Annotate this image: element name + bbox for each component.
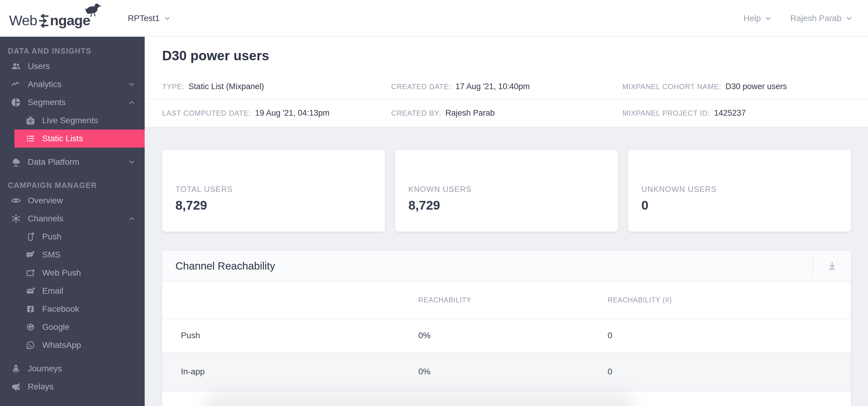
analytics-icon xyxy=(11,79,21,90)
sidebar-item-whatsapp[interactable]: WhatsApp xyxy=(0,336,145,354)
webengage-logo[interactable]: Web ngage xyxy=(9,7,90,30)
total-users-card: TOTAL USERS 8,729 xyxy=(162,150,385,232)
google-icon xyxy=(25,322,36,332)
meta-label: CREATED BY: xyxy=(391,109,441,117)
sidebar-item-live-segments[interactable]: Live Segments xyxy=(0,111,145,130)
stat-value: 0 xyxy=(641,198,851,213)
stat-label: KNOWN USERS xyxy=(408,184,618,194)
push-phone-icon xyxy=(25,232,36,242)
table-row: Push 0% 0 xyxy=(162,319,851,352)
meta-value: 17 Aug '21, 10:40pm xyxy=(456,82,530,91)
scroll-shadow xyxy=(204,393,635,406)
sidebar-item-label: Segments xyxy=(28,98,66,107)
chevron-up-icon xyxy=(128,215,135,223)
panel-header: Channel Reachability xyxy=(162,251,851,282)
sidebar-item-label: Channels xyxy=(28,214,63,224)
sidebar-item-label: Live Segments xyxy=(42,116,98,125)
panel-title: Channel Reachability xyxy=(176,260,812,272)
meta-value: 1425237 xyxy=(714,108,746,118)
sidebar-item-facebook[interactable]: Facebook xyxy=(0,300,145,318)
meta-value: 19 Aug '21, 04:13pm xyxy=(255,108,330,118)
stat-value: 8,729 xyxy=(176,198,385,213)
cell-reachability-count: 0 xyxy=(608,331,851,340)
meta-label: CREATED DATE: xyxy=(391,82,451,91)
project-selector[interactable]: RPTest1 xyxy=(128,0,171,37)
cell-reachability: 0% xyxy=(418,367,608,376)
sidebar-item-relays[interactable]: Relays xyxy=(0,378,145,396)
channels-hub-icon xyxy=(11,213,21,224)
facebook-icon xyxy=(25,304,36,314)
sidebar-item-google[interactable]: Google xyxy=(0,318,145,336)
project-name: RPTest1 xyxy=(128,13,160,23)
cell-channel: In-app xyxy=(162,367,418,376)
meta-label: MIXPANEL PROJECT ID: xyxy=(622,109,710,117)
chevron-up-icon xyxy=(128,99,135,106)
help-menu[interactable]: Help xyxy=(744,13,772,23)
meta-created-date: CREATED DATE: 17 Aug '21, 10:40pm xyxy=(391,82,530,91)
unknown-users-card: UNKNOWN USERS 0 xyxy=(628,150,851,232)
known-users-card: KNOWN USERS 8,729 xyxy=(395,150,618,232)
chevron-down-icon xyxy=(845,14,853,22)
chevron-down-icon xyxy=(128,158,135,166)
column-header-reachability: REACHABILITY xyxy=(418,296,608,304)
download-icon xyxy=(827,261,838,271)
user-menu[interactable]: Rajesh Parab xyxy=(790,13,853,23)
sidebar-item-push[interactable]: Push xyxy=(0,228,145,246)
cell-reachability: 0% xyxy=(418,331,608,340)
table-row: In-app 0% 0 xyxy=(162,352,851,392)
sidebar-item-overview[interactable]: Overview xyxy=(0,192,145,210)
sidebar-item-segments[interactable]: Segments xyxy=(0,93,145,111)
sidebar-item-label: SMS xyxy=(42,250,61,260)
segments-pie-icon xyxy=(11,97,21,107)
stat-cards: TOTAL USERS 8,729 KNOWN USERS 8,729 UNKN… xyxy=(162,150,851,232)
column-header-reachability-count: REACHABILITY (#) xyxy=(608,296,851,304)
chevron-down-icon xyxy=(128,80,135,88)
download-button[interactable] xyxy=(813,251,851,281)
sidebar-item-label: Static Lists xyxy=(42,134,83,143)
sidebar-item-sms[interactable]: SMS xyxy=(0,246,145,264)
segment-header: D30 power users TYPE: Static List (Mixpa… xyxy=(145,37,868,127)
meta-project-id: MIXPANEL PROJECT ID: 1425237 xyxy=(622,108,746,118)
meta-value: Static List (Mixpanel) xyxy=(188,82,264,91)
sidebar-item-label: Email xyxy=(42,286,63,296)
stat-value: 8,729 xyxy=(408,198,618,213)
sidebar-item-static-lists[interactable]: Static Lists xyxy=(14,130,145,147)
live-segments-icon xyxy=(25,115,36,126)
sidebar-item-label: Relays xyxy=(28,382,54,392)
user-name: Rajesh Parab xyxy=(790,13,841,23)
channel-reachability-panel: Channel Reachability REACHABILITY REACHA… xyxy=(162,251,851,406)
sidebar-item-label: Data Platform xyxy=(28,157,79,167)
sidebar-item-analytics[interactable]: Analytics xyxy=(0,75,145,93)
meta-label: TYPE: xyxy=(162,82,184,91)
sidebar-item-email[interactable]: Email xyxy=(0,282,145,300)
static-lists-icon xyxy=(25,133,36,144)
chevron-down-icon xyxy=(764,14,772,22)
logo-bird-icon xyxy=(85,2,102,18)
sidebar-item-label: Users xyxy=(28,62,50,71)
sidebar-item-journeys[interactable]: Journeys xyxy=(0,360,145,378)
logo-text-web: Web xyxy=(9,11,37,30)
sidebar-item-channels[interactable]: Channels xyxy=(0,210,145,228)
meta-type: TYPE: Static List (Mixpanel) xyxy=(162,82,264,91)
relays-megaphone-icon xyxy=(11,382,21,392)
sidebar-item-label: WhatsApp xyxy=(42,340,81,350)
page-title: D30 power users xyxy=(162,48,269,63)
web-push-browser-icon xyxy=(25,268,36,278)
sidebar-item-label: Overview xyxy=(28,196,63,205)
eye-icon xyxy=(11,196,21,206)
sidebar-item-label: Journeys xyxy=(28,364,62,373)
meta-divider xyxy=(145,99,868,99)
cell-reachability-count: 0 xyxy=(608,367,851,376)
sidebar-item-users[interactable]: Users xyxy=(0,57,145,75)
whatsapp-icon xyxy=(25,340,36,350)
sidebar-item-label: Push xyxy=(42,232,61,242)
logo-arrows-icon xyxy=(38,13,50,28)
sms-bubble-icon xyxy=(25,250,36,260)
sidebar: DATA AND INSIGHTS Users Analytics xyxy=(0,37,145,406)
meta-created-by: CREATED BY: Rajesh Parab xyxy=(391,108,495,118)
sidebar-item-web-push[interactable]: Web Push xyxy=(0,264,145,282)
section-campaign-manager: CAMPAIGN MANAGER xyxy=(0,179,145,192)
data-platform-cloud-icon xyxy=(11,157,21,167)
stat-label: UNKNOWN USERS xyxy=(641,184,851,194)
sidebar-item-data-platform[interactable]: Data Platform xyxy=(0,153,145,171)
